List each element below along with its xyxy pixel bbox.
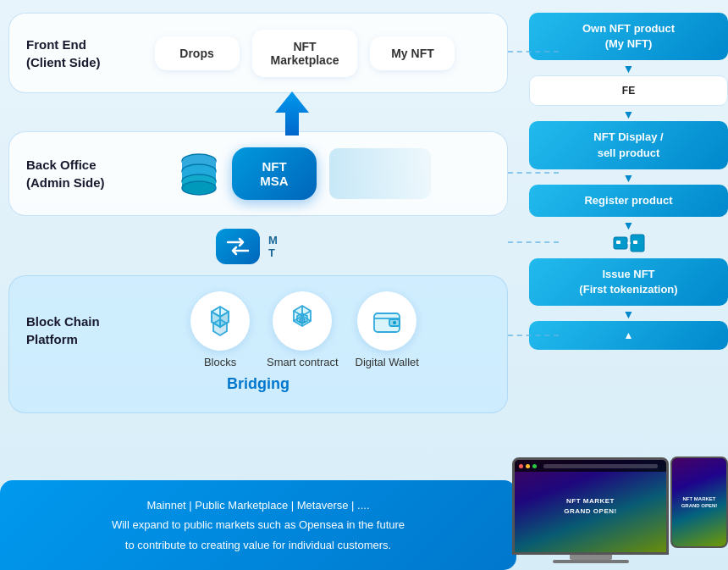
right-step-fe: FE [529, 75, 728, 106]
digital-wallet-item: Digital Wallet [356, 291, 419, 368]
bridging-text: Bridging [26, 375, 490, 397]
up-arrow [275, 91, 309, 139]
right-arrow-3: ▼ [529, 172, 728, 184]
dashed-line-2 [508, 172, 559, 174]
transfer-icon-wrapper [119, 229, 260, 264]
my-nft-item: My NFT [370, 36, 455, 70]
transfer-labels: M T [268, 234, 278, 259]
smart-contract-svg [284, 303, 320, 339]
svg-marker-0 [275, 91, 309, 136]
monitor-nav [515, 460, 666, 472]
bottom-banner: Mainnet | Public Marketplace | Metaverse… [0, 480, 516, 570]
svg-rect-27 [616, 241, 620, 244]
digital-wallet-icon [357, 291, 416, 351]
nft-marketplace-item: NFTMarketplace [252, 30, 358, 77]
nav-dot-3 [532, 464, 537, 468]
backoffice-items: NFTMSA [119, 147, 490, 200]
dashed-line-4 [508, 335, 559, 336]
blockchain-icons: Blocks [119, 291, 490, 368]
database-icon [179, 151, 219, 197]
digital-wallet-label: Digital Wallet [356, 356, 419, 368]
backoffice-label: Back Office (Admin Side) [26, 156, 119, 191]
phone-text: NFT MARKETGRAND OPEN! [681, 495, 718, 510]
blocks-svg [202, 303, 238, 339]
backoffice-layer: Back Office (Admin Side) NFTMSA [8, 131, 508, 216]
nav-dot-1 [519, 464, 523, 468]
nav-bar [543, 464, 658, 468]
blocks-icon [190, 291, 250, 351]
right-icon-row [529, 234, 728, 256]
smart-contract-item: Smart contract [267, 291, 339, 368]
transfer-strip: M T [8, 224, 508, 268]
right-step-1: Own NFT product(My NFT) [529, 13, 728, 60]
main-container: Front End (Client Side) Drops NFTMarketp… [0, 0, 728, 570]
svg-point-7 [182, 181, 216, 195]
blocks-label: Blocks [190, 356, 250, 368]
frontend-layer: Front End (Client Side) Drops NFTMarketp… [8, 13, 508, 93]
monitor-stand [553, 560, 629, 563]
blockchain-inner: Block Chain Platform [26, 291, 490, 368]
right-arrow-2: ▼ [529, 108, 728, 120]
transfer-icon-box [216, 229, 260, 264]
transfer-label-m: M [268, 234, 278, 246]
frontend-label: Front End (Client Side) [26, 36, 119, 71]
phone-screen: NFT MARKETGRAND OPEN! [670, 457, 728, 548]
bottom-line1: Mainnet | Public Marketplace | Metaverse… [25, 495, 491, 515]
dashed-line-3 [508, 241, 559, 243]
nft-msa-box: NFTMSA [232, 147, 317, 200]
dashed-line-1 [508, 51, 559, 53]
frontend-items: Drops NFTMarketplace My NFT [119, 30, 490, 77]
right-step-5: ▲ [529, 321, 728, 350]
svg-point-25 [393, 321, 396, 324]
bottom-line3: to contribute to creating value for indi… [25, 535, 491, 555]
bottom-line2: Will expand to public markets such as Op… [25, 515, 491, 534]
nav-dot-2 [526, 464, 530, 468]
right-arrow-5: ▼ [529, 308, 728, 320]
right-arrow-4: ▼ [529, 219, 728, 231]
blockchain-label: Block Chain Platform [26, 313, 119, 348]
smart-contract-icon [273, 291, 332, 351]
blocks-item: Blocks [190, 291, 250, 368]
transfer-arrows-icon [226, 237, 250, 256]
right-step-3: Register product [529, 185, 728, 217]
right-info-panel: Own NFT product(My NFT) ▼ FE ▼ NFT Displ… [529, 13, 728, 350]
preview-area: NFT MARKET GRAND OPEN! NFT MARKETGRAND O… [512, 428, 728, 563]
right-step-2: NFT Display /sell product [529, 121, 728, 169]
monitor-screen: NFT MARKET GRAND OPEN! [512, 457, 669, 555]
monitor-wrapper: NFT MARKET GRAND OPEN! [512, 457, 669, 563]
right-step-4: Issue NFT(First tokenization) [529, 258, 728, 306]
smart-contract-label: Smart contract [267, 356, 339, 368]
blockchain-layer: Block Chain Platform [8, 275, 508, 413]
digital-wallet-svg [369, 303, 405, 339]
right-icon-svg [613, 234, 645, 252]
right-arrow-1: ▼ [529, 63, 728, 75]
drops-item: Drops [155, 36, 240, 70]
monitor-text: NFT MARKET GRAND OPEN! [564, 496, 616, 515]
svg-rect-29 [633, 241, 637, 244]
backoffice-extend [329, 148, 431, 199]
transfer-label-t: T [268, 246, 278, 259]
devices-wrapper: NFT MARKET GRAND OPEN! NFT MARKETGRAND O… [512, 428, 728, 563]
